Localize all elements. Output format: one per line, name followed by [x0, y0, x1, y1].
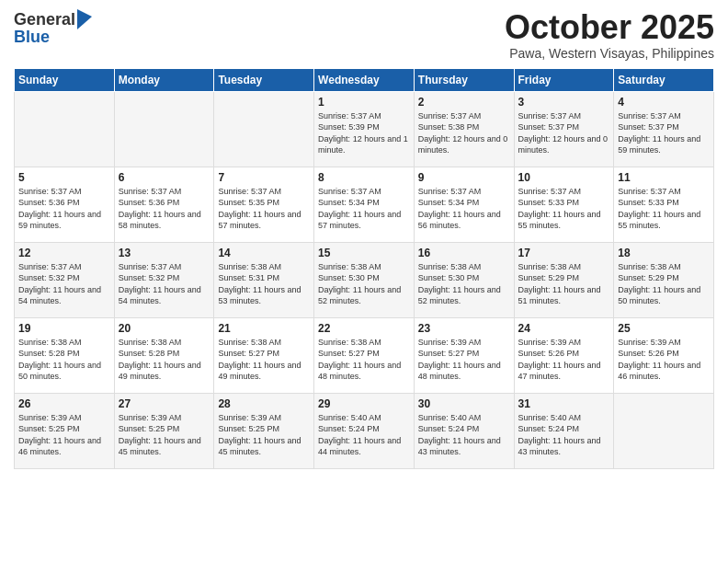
day-info: Sunrise: 5:38 AM Sunset: 5:27 PM Dayligh… — [318, 337, 410, 383]
day-number: 29 — [318, 397, 410, 410]
logo-general: General — [14, 10, 75, 29]
day-info: Sunrise: 5:37 AM Sunset: 5:32 PM Dayligh… — [119, 261, 210, 307]
day-number: 27 — [119, 397, 210, 410]
day-info: Sunrise: 5:38 AM Sunset: 5:31 PM Dayligh… — [218, 261, 310, 307]
calendar-cell: 9Sunrise: 5:37 AM Sunset: 5:34 PM Daylig… — [414, 167, 514, 242]
col-header-tuesday: Tuesday — [214, 68, 314, 91]
logo-blue: Blue — [14, 28, 92, 47]
day-number: 17 — [518, 247, 610, 259]
day-number: 31 — [518, 397, 610, 410]
day-number: 26 — [18, 397, 110, 410]
day-info: Sunrise: 5:37 AM Sunset: 5:36 PM Dayligh… — [119, 186, 210, 232]
day-info: Sunrise: 5:40 AM Sunset: 5:24 PM Dayligh… — [318, 412, 410, 458]
calendar-header-row: SundayMondayTuesdayWednesdayThursdayFrid… — [15, 68, 714, 91]
day-info: Sunrise: 5:39 AM Sunset: 5:26 PM Dayligh… — [518, 337, 610, 383]
calendar-cell: 4Sunrise: 5:37 AM Sunset: 5:37 PM Daylig… — [614, 91, 714, 167]
day-number: 18 — [618, 247, 710, 259]
calendar-cell: 30Sunrise: 5:40 AM Sunset: 5:24 PM Dayli… — [414, 393, 514, 468]
title-block: October 2025 Pawa, Western Visayas, Phil… — [505, 9, 714, 61]
day-info: Sunrise: 5:39 AM Sunset: 5:27 PM Dayligh… — [418, 337, 510, 383]
day-number: 14 — [218, 247, 310, 259]
week-row-2: 5Sunrise: 5:37 AM Sunset: 5:36 PM Daylig… — [15, 167, 714, 242]
day-info: Sunrise: 5:37 AM Sunset: 5:37 PM Dayligh… — [518, 110, 610, 156]
calendar-cell: 31Sunrise: 5:40 AM Sunset: 5:24 PM Dayli… — [514, 393, 614, 468]
day-number: 23 — [418, 322, 510, 335]
day-number: 13 — [119, 247, 210, 259]
day-number: 11 — [618, 171, 710, 184]
col-header-sunday: Sunday — [15, 68, 115, 91]
day-number: 24 — [518, 322, 610, 335]
calendar-cell — [15, 91, 115, 167]
calendar-cell: 21Sunrise: 5:38 AM Sunset: 5:27 PM Dayli… — [214, 317, 314, 393]
month-title: October 2025 — [505, 9, 714, 46]
day-number: 22 — [318, 322, 410, 335]
day-info: Sunrise: 5:40 AM Sunset: 5:24 PM Dayligh… — [418, 412, 510, 458]
day-info: Sunrise: 5:37 AM Sunset: 5:32 PM Dayligh… — [18, 261, 110, 307]
day-number: 20 — [119, 322, 210, 335]
calendar-cell — [214, 91, 314, 167]
calendar-cell: 16Sunrise: 5:38 AM Sunset: 5:30 PM Dayli… — [414, 242, 514, 317]
day-number: 1 — [318, 96, 410, 109]
day-number: 10 — [518, 171, 610, 184]
day-info: Sunrise: 5:37 AM Sunset: 5:33 PM Dayligh… — [518, 186, 610, 232]
day-info: Sunrise: 5:38 AM Sunset: 5:29 PM Dayligh… — [518, 261, 610, 307]
day-number: 2 — [418, 96, 510, 109]
day-info: Sunrise: 5:38 AM Sunset: 5:28 PM Dayligh… — [18, 337, 110, 383]
day-info: Sunrise: 5:38 AM Sunset: 5:30 PM Dayligh… — [318, 261, 410, 307]
calendar-cell — [114, 91, 214, 167]
location: Pawa, Western Visayas, Philippines — [505, 46, 714, 61]
day-info: Sunrise: 5:37 AM Sunset: 5:35 PM Dayligh… — [218, 186, 310, 232]
calendar-cell: 7Sunrise: 5:37 AM Sunset: 5:35 PM Daylig… — [214, 167, 314, 242]
calendar-cell: 8Sunrise: 5:37 AM Sunset: 5:34 PM Daylig… — [314, 167, 415, 242]
day-info: Sunrise: 5:39 AM Sunset: 5:26 PM Dayligh… — [618, 337, 710, 383]
calendar-cell: 13Sunrise: 5:37 AM Sunset: 5:32 PM Dayli… — [114, 242, 214, 317]
day-info: Sunrise: 5:37 AM Sunset: 5:34 PM Dayligh… — [318, 186, 410, 232]
calendar-cell: 6Sunrise: 5:37 AM Sunset: 5:36 PM Daylig… — [114, 167, 214, 242]
day-info: Sunrise: 5:38 AM Sunset: 5:30 PM Dayligh… — [418, 261, 510, 307]
page-container: General Blue October 2025 Pawa, Western … — [0, 0, 728, 474]
day-number: 3 — [518, 96, 610, 109]
day-info: Sunrise: 5:37 AM Sunset: 5:38 PM Dayligh… — [418, 110, 510, 156]
calendar-cell: 2Sunrise: 5:37 AM Sunset: 5:38 PM Daylig… — [414, 91, 514, 167]
calendar-cell: 23Sunrise: 5:39 AM Sunset: 5:27 PM Dayli… — [414, 317, 514, 393]
week-row-1: 1Sunrise: 5:37 AM Sunset: 5:39 PM Daylig… — [15, 91, 714, 167]
calendar-table: SundayMondayTuesdayWednesdayThursdayFrid… — [14, 68, 714, 469]
logo-icon — [77, 9, 92, 29]
col-header-wednesday: Wednesday — [314, 68, 415, 91]
day-info: Sunrise: 5:38 AM Sunset: 5:28 PM Dayligh… — [119, 337, 210, 383]
week-row-4: 19Sunrise: 5:38 AM Sunset: 5:28 PM Dayli… — [15, 317, 714, 393]
col-header-saturday: Saturday — [614, 68, 714, 91]
calendar-cell: 1Sunrise: 5:37 AM Sunset: 5:39 PM Daylig… — [314, 91, 415, 167]
day-info: Sunrise: 5:37 AM Sunset: 5:34 PM Dayligh… — [418, 186, 510, 232]
col-header-thursday: Thursday — [414, 68, 514, 91]
calendar-cell: 25Sunrise: 5:39 AM Sunset: 5:26 PM Dayli… — [614, 317, 714, 393]
day-number: 15 — [318, 247, 410, 259]
day-number: 4 — [618, 96, 710, 109]
day-number: 9 — [418, 171, 510, 184]
calendar-cell: 24Sunrise: 5:39 AM Sunset: 5:26 PM Dayli… — [514, 317, 614, 393]
day-info: Sunrise: 5:39 AM Sunset: 5:25 PM Dayligh… — [18, 412, 110, 458]
calendar-cell — [614, 393, 714, 468]
day-number: 25 — [618, 322, 710, 335]
calendar-cell: 26Sunrise: 5:39 AM Sunset: 5:25 PM Dayli… — [15, 393, 115, 468]
week-row-3: 12Sunrise: 5:37 AM Sunset: 5:32 PM Dayli… — [15, 242, 714, 317]
calendar-cell: 11Sunrise: 5:37 AM Sunset: 5:33 PM Dayli… — [614, 167, 714, 242]
day-number: 19 — [18, 322, 110, 335]
calendar-cell: 20Sunrise: 5:38 AM Sunset: 5:28 PM Dayli… — [114, 317, 214, 393]
day-number: 12 — [18, 247, 110, 259]
day-info: Sunrise: 5:39 AM Sunset: 5:25 PM Dayligh… — [119, 412, 210, 458]
day-number: 16 — [418, 247, 510, 259]
day-info: Sunrise: 5:38 AM Sunset: 5:29 PM Dayligh… — [618, 261, 710, 307]
day-number: 8 — [318, 171, 410, 184]
day-number: 30 — [418, 397, 510, 410]
calendar-cell: 18Sunrise: 5:38 AM Sunset: 5:29 PM Dayli… — [614, 242, 714, 317]
week-row-5: 26Sunrise: 5:39 AM Sunset: 5:25 PM Dayli… — [15, 393, 714, 468]
col-header-monday: Monday — [114, 68, 214, 91]
calendar-cell: 17Sunrise: 5:38 AM Sunset: 5:29 PM Dayli… — [514, 242, 614, 317]
calendar-cell: 12Sunrise: 5:37 AM Sunset: 5:32 PM Dayli… — [15, 242, 115, 317]
day-number: 7 — [218, 171, 310, 184]
calendar-cell: 14Sunrise: 5:38 AM Sunset: 5:31 PM Dayli… — [214, 242, 314, 317]
calendar-cell: 5Sunrise: 5:37 AM Sunset: 5:36 PM Daylig… — [15, 167, 115, 242]
svg-marker-0 — [77, 9, 92, 29]
day-info: Sunrise: 5:37 AM Sunset: 5:33 PM Dayligh… — [618, 186, 710, 232]
